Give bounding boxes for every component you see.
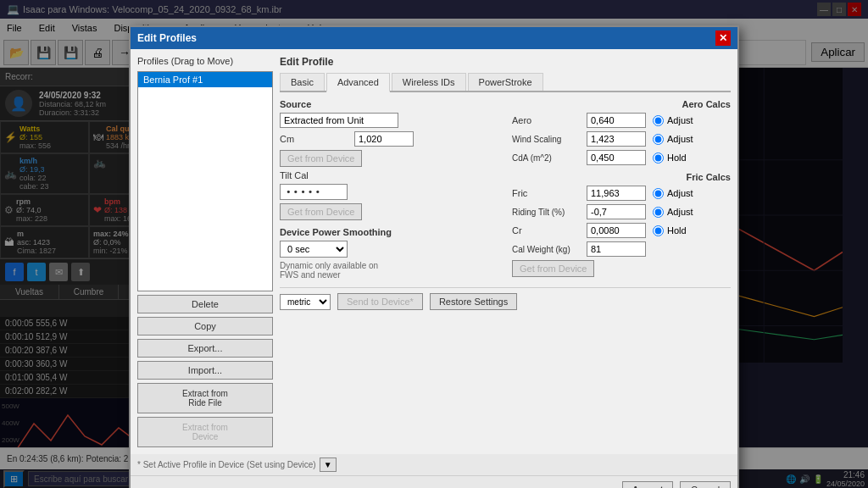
send-to-device-btn[interactable]: Send to Device* [337,293,423,310]
cm-row: Cm [280,131,498,147]
modal-titlebar: Edit Profiles ✕ [131,27,737,49]
restore-settings-btn[interactable]: Restore Settings [430,293,517,310]
profiles-label: Profiles (Drag to Move) [137,56,273,66]
power-smoothing-row: 0 sec 2 sec 5 sec [280,241,498,258]
cr-hold-radio[interactable]: Hold [653,225,687,236]
aero-input[interactable] [587,113,646,128]
dynamic-note: Dynamic only available on FWS and newer [280,261,498,280]
extract-device-button[interactable]: Extract from Device [137,417,273,447]
active-profile-row: * Set Active Profile in Device (Set usin… [131,454,737,475]
riding-tilt-label: Riding Tilt (%) [512,208,580,217]
advanced-content: Source Cm Get from Device [280,99,731,280]
fric-adjust-radio[interactable]: Adjust [653,188,693,199]
profile-list[interactable]: Bernia Prof #1 [137,71,273,291]
cm-input[interactable] [354,131,414,147]
import-button[interactable]: Import... [137,361,273,380]
cr-input[interactable] [587,223,646,238]
cda-row: CdA (m^2) Hold [512,150,731,165]
active-profile-note: * Set Active Profile in Device (Set usin… [137,460,316,469]
fric-calcs-title: Fric Calcs [512,172,731,182]
cal-weight-row: Cal Weight (kg) [512,241,731,257]
fric-input[interactable] [587,186,646,201]
tilt-cal-input[interactable] [280,184,348,200]
riding-tilt-input[interactable] [587,204,646,219]
power-smoothing-section: Device Power Smoothing 0 sec 2 sec 5 sec [280,227,498,258]
delete-button[interactable]: Delete [137,295,273,313]
modal-close-button[interactable]: ✕ [715,30,731,46]
cr-label: Cr [512,225,580,236]
tilt-cal-input-row [280,184,498,200]
power-smoothing-select[interactable]: 0 sec 2 sec 5 sec [280,241,348,258]
modal-inner-footer: metric imperial Send to Device* Restore … [280,287,731,310]
aero-calcs-title: Aero Calcs [512,99,731,109]
get-device-1-row: Get from Device [280,150,498,167]
modal-body: Profiles (Drag to Move) Bernia Prof #1 D… [131,49,737,454]
wind-scaling-label: Wind Scaling [512,135,580,144]
aero-label: Aero [512,115,580,125]
accept-button[interactable]: Accept [622,481,673,488]
cm-label: Cm [280,134,348,144]
riding-tilt-row: Riding Tilt (%) Adjust [512,204,731,219]
fric-row: Fric Adjust [512,186,731,201]
extract-ride-button[interactable]: Extract from Ride File [137,383,273,413]
cda-label: CdA (m^2) [512,153,580,163]
cal-weight-input[interactable] [587,241,646,257]
tab-basic[interactable]: Basic [280,73,325,91]
get-from-device-1-btn[interactable]: Get from Device [280,150,362,167]
get-device-3-row: Get from Device [512,260,731,277]
tab-wireless-ids[interactable]: Wireless IDs [392,73,466,91]
metric-select[interactable]: metric imperial [280,294,331,310]
tilt-cal-row: Tilt Cal [280,170,498,180]
source-row [280,113,498,128]
edit-profile-heading: Edit Profile [280,56,731,68]
profile-item-1[interactable]: Bernia Prof #1 [138,72,272,87]
fric-section: Fric Calcs Fric Adjust [512,172,731,277]
cancel-button[interactable]: Cancel [680,481,731,488]
aero-adjust-radio[interactable]: Adjust [653,115,693,126]
fric-label: Fric [512,188,580,198]
tilt-cal-label: Tilt Cal [280,170,348,180]
wind-scaling-input[interactable] [587,131,646,147]
tab-powerstroke[interactable]: PowerStroke [468,73,543,91]
export-button[interactable]: Export... [137,339,273,358]
aero-row: Aero Adjust [512,113,731,128]
wind-adjust-radio[interactable]: Adjust [653,134,693,145]
advanced-right-col: Aero Calcs Aero Adjust [512,99,731,280]
modal-overlay: Edit Profiles ✕ Profiles (Drag to Move) … [0,0,868,488]
profile-tabs: Basic Advanced Wireless IDs PowerStroke [280,73,731,92]
cr-row: Cr Hold [512,223,731,238]
get-device-2-row: Get from Device [280,203,498,220]
modal-title: Edit Profiles [137,32,197,44]
copy-button[interactable]: Copy [137,317,273,336]
modal-right-panel: Edit Profile Basic Advanced Wireless IDs… [280,56,731,447]
source-section-title: Source [280,99,498,109]
modal-action-footer: Accept Cancel [131,475,737,488]
active-profile-dropdown-btn[interactable]: ▼ [320,458,337,472]
power-smoothing-label: Device Power Smoothing [280,227,498,237]
source-input[interactable] [280,113,398,128]
wind-scaling-row: Wind Scaling Adjust [512,131,731,147]
edit-profiles-modal: Edit Profiles ✕ Profiles (Drag to Move) … [129,25,739,488]
get-from-device-2-btn[interactable]: Get from Device [280,203,362,220]
modal-left-panel: Profiles (Drag to Move) Bernia Prof #1 D… [137,56,273,447]
cal-weight-label: Cal Weight (kg) [512,245,580,254]
cda-hold-radio[interactable]: Hold [653,152,687,164]
advanced-left-col: Source Cm Get from Device [280,99,498,280]
tab-advanced[interactable]: Advanced [326,73,390,92]
cda-input[interactable] [587,150,646,165]
get-from-device-3-btn[interactable]: Get from Device [512,260,594,277]
riding-tilt-adjust-radio[interactable]: Adjust [653,207,693,218]
